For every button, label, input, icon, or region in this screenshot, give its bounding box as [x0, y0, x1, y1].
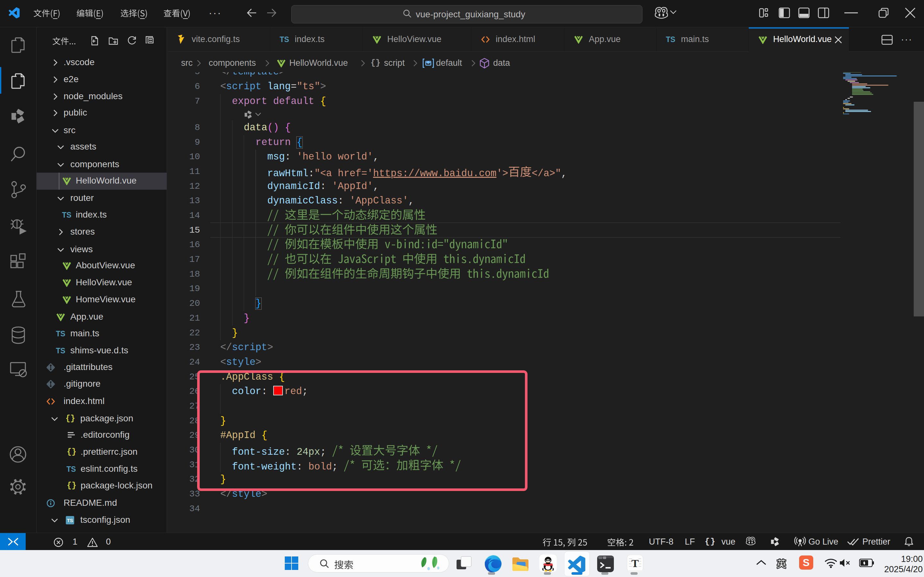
svg-text:TS: TS — [67, 517, 73, 523]
svg-text:S: S — [803, 557, 810, 568]
svg-text:T: T — [632, 558, 639, 569]
